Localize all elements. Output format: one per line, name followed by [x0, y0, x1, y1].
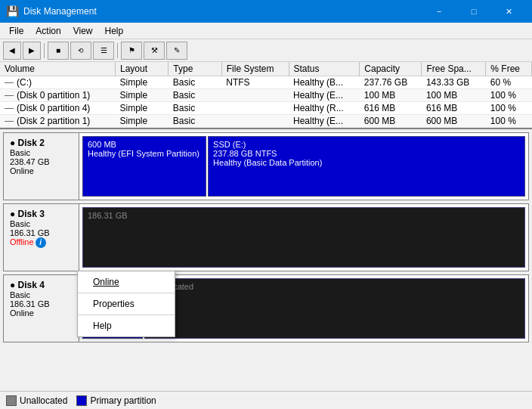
- close-button[interactable]: ✕: [491, 0, 526, 23]
- disk-partition[interactable]: 186.31 GB: [82, 207, 525, 268]
- disk-size: 238.47 GB: [10, 157, 73, 166]
- minimize-button[interactable]: −: [422, 0, 456, 23]
- cell-type: Basic: [169, 89, 221, 102]
- cell-status: Healthy (R...: [289, 102, 360, 115]
- legend-primary: Primary partition: [76, 395, 156, 406]
- toolbar-btn3[interactable]: ☰: [93, 42, 114, 60]
- title-bar-controls: − □ ✕: [422, 0, 526, 23]
- ctx-online[interactable]: Online: [78, 273, 175, 291]
- toolbar-btn1[interactable]: ■: [48, 42, 69, 60]
- disk-partition[interactable]: Unallocated: [144, 278, 525, 339]
- ctx-properties[interactable]: Properties: [78, 295, 175, 313]
- col-volume: Volume: [0, 62, 115, 76]
- cell-pctfree: 100 %: [486, 89, 532, 102]
- part-label: SSD (E:): [213, 140, 520, 149]
- cell-pctfree: 60 %: [486, 76, 532, 89]
- cell-capacity: 100 MB: [360, 89, 422, 102]
- cell-capacity: 600 MB: [360, 115, 422, 128]
- disk-label-disk4[interactable]: ● Disk 4 Basic 186.31 GB Online: [4, 275, 79, 342]
- cell-pctfree: 100 %: [486, 102, 532, 115]
- part-label: 186.31 GB: [88, 211, 520, 220]
- cell-type: Basic: [169, 115, 221, 128]
- table-header-row: Volume Layout Type File System Status Ca…: [0, 62, 532, 76]
- disk-type: Basic: [10, 219, 73, 228]
- cell-type: Basic: [169, 102, 221, 115]
- volume-table: Volume Layout Type File System Status Ca…: [0, 62, 532, 128]
- cell-fs: NTFS: [221, 76, 289, 89]
- menu-action[interactable]: Action: [29, 23, 66, 39]
- maximize-button[interactable]: □: [456, 0, 491, 23]
- legend-primary-box: [76, 395, 87, 406]
- menu-view[interactable]: View: [67, 23, 99, 39]
- disk-size: 186.31 GB: [10, 299, 73, 308]
- disk-label-disk2[interactable]: ● Disk 2 Basic 238.47 GB Online: [4, 133, 79, 200]
- title-bar-left: 💾 Disk Management: [6, 5, 97, 17]
- disk-status: Online: [10, 308, 34, 318]
- app-icon: 💾: [6, 5, 19, 17]
- toolbar-forward[interactable]: ▶: [23, 42, 41, 60]
- toolbar-btn4[interactable]: ⚑: [121, 42, 142, 60]
- table-row[interactable]: —(Disk 0 partition 4) Simple Basic Healt…: [0, 102, 532, 115]
- cell-volume: —(C:): [0, 76, 115, 89]
- cell-status: Healthy (E...: [289, 115, 360, 128]
- disk-status: Online: [10, 166, 34, 175]
- legend-unallocated: Unallocated: [6, 395, 67, 406]
- cell-type: Basic: [169, 76, 221, 89]
- cell-layout: Simple: [115, 102, 168, 115]
- col-type: Type: [169, 62, 221, 76]
- cell-volume: —(Disk 2 partition 1): [0, 115, 115, 128]
- disk-partitions: 186.31 GB: [79, 204, 528, 271]
- col-freespace: Free Spa...: [422, 62, 486, 76]
- cell-fs: [221, 89, 289, 102]
- toolbar: ◀ ▶ ■ ⟲ ☰ ⚑ ⚒ ✎: [0, 39, 532, 62]
- part-label: Unallocated: [150, 282, 520, 291]
- col-pctfree: % Free: [486, 62, 532, 76]
- cell-status: Healthy (E...: [289, 89, 360, 102]
- toolbar-btn2[interactable]: ⟲: [70, 42, 91, 60]
- menu-file[interactable]: File: [3, 23, 29, 39]
- menu-help[interactable]: Help: [99, 23, 130, 39]
- disk-type: Basic: [10, 290, 73, 299]
- toolbar-sep-2: [117, 43, 118, 58]
- col-layout: Layout: [115, 62, 168, 76]
- cell-volume: —(Disk 0 partition 4): [0, 102, 115, 115]
- disk-status: Offline: [10, 237, 34, 246]
- toolbar-back[interactable]: ◀: [3, 42, 21, 60]
- ctx-help[interactable]: Help: [78, 317, 175, 335]
- toolbar-sep-1: [44, 43, 45, 58]
- part-sublabel: Healthy (EFI System Partition): [88, 149, 201, 158]
- disk-partition[interactable]: SSD (E:) 237.88 GB NTFS Healthy (Basic D…: [208, 136, 525, 197]
- legend-primary-label: Primary partition: [90, 395, 156, 406]
- title-bar: 💾 Disk Management − □ ✕: [0, 0, 532, 23]
- legend-unallocated-label: Unallocated: [20, 395, 67, 406]
- cell-freespace: 616 MB: [422, 102, 486, 115]
- cell-capacity: 237.76 GB: [360, 76, 422, 89]
- context-menu: Online Properties Help: [77, 271, 175, 337]
- toolbar-btn5[interactable]: ⚒: [144, 42, 165, 60]
- disk-partition[interactable]: 600 MB Healthy (EFI System Partition): [82, 136, 206, 197]
- cell-layout: Simple: [115, 89, 168, 102]
- table-row[interactable]: —(Disk 0 partition 1) Simple Basic Healt…: [0, 89, 532, 102]
- table-row[interactable]: —(Disk 2 partition 1) Simple Basic Healt…: [0, 115, 532, 128]
- col-capacity: Capacity: [360, 62, 422, 76]
- menu-bar: File Action View Help: [0, 23, 532, 39]
- disk-label-disk3[interactable]: ● Disk 3 Basic 186.31 GB Offlinei: [4, 204, 79, 271]
- disk-panels: ● Disk 2 Basic 238.47 GB Online 600 MB H…: [0, 129, 532, 391]
- cell-layout: Simple: [115, 115, 168, 128]
- cell-layout: Simple: [115, 76, 168, 89]
- title-bar-title: Disk Management: [23, 6, 97, 17]
- info-icon[interactable]: i: [36, 237, 46, 248]
- disk-name: ● Disk 3: [10, 209, 73, 219]
- cell-capacity: 616 MB: [360, 102, 422, 115]
- table-row[interactable]: —(C:) Simple Basic NTFS Healthy (B... 23…: [0, 76, 532, 89]
- disk-type: Basic: [10, 148, 73, 157]
- col-filesystem: File System: [221, 62, 289, 76]
- ctx-sep2: [78, 314, 175, 315]
- disk-name: ● Disk 2: [10, 138, 73, 148]
- disk-partitions: 600 MB Healthy (EFI System Partition) SS…: [79, 133, 528, 200]
- part-sublabel2: Healthy (Basic Data Partition): [213, 158, 520, 167]
- cell-volume: —(Disk 0 partition 1): [0, 89, 115, 102]
- toolbar-btn6[interactable]: ✎: [166, 42, 187, 60]
- cell-freespace: 600 MB: [422, 115, 486, 128]
- legend: Unallocated Primary partition: [0, 391, 532, 409]
